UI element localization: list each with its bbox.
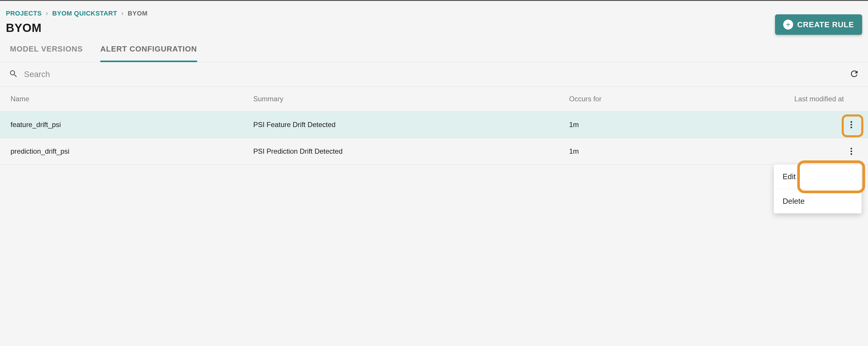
search-icon <box>9 69 18 80</box>
tabs: MODEL VERSIONS ALERT CONFIGURATION <box>0 34 868 62</box>
plus-circle-icon <box>783 20 793 30</box>
table-row[interactable]: feature_drift_psi PSI Feature Drift Dete… <box>0 112 868 138</box>
breadcrumb: PROJECTS › BYOM QUICKSTART › BYOM <box>6 10 862 17</box>
table-row[interactable]: prediction_drift_psi PSI Prediction Drif… <box>0 138 868 165</box>
create-rule-label: CREATE RULE <box>797 20 854 29</box>
cell-occurs: 1m <box>569 121 794 129</box>
page-title: BYOM <box>6 21 862 34</box>
cell-summary: PSI Prediction Drift Detected <box>253 147 569 155</box>
col-summary: Summary <box>253 95 569 103</box>
row-context-menu: Edit Delete <box>774 165 862 213</box>
chevron-right-icon: › <box>46 10 48 17</box>
svg-point-1 <box>850 124 852 125</box>
table-header: Name Summary Occurs for Last modified at <box>0 87 868 112</box>
row-more-button[interactable] <box>845 119 858 131</box>
svg-point-2 <box>850 127 852 128</box>
cell-modified <box>794 145 858 157</box>
breadcrumb-current: BYOM <box>127 10 147 17</box>
svg-point-5 <box>850 153 852 155</box>
cell-summary: PSI Feature Drift Detected <box>253 121 569 129</box>
create-rule-button[interactable]: CREATE RULE <box>775 15 862 35</box>
page-header: PROJECTS › BYOM QUICKSTART › BYOM BYOM C… <box>0 1 868 34</box>
svg-point-4 <box>850 150 852 152</box>
cell-occurs: 1m <box>569 147 794 155</box>
menu-edit[interactable]: Edit <box>774 165 862 189</box>
breadcrumb-projects[interactable]: PROJECTS <box>6 10 42 17</box>
alerts-table: Name Summary Occurs for Last modified at… <box>0 87 868 165</box>
col-name: Name <box>10 95 253 103</box>
col-modified: Last modified at <box>794 95 858 103</box>
cell-modified <box>794 119 858 131</box>
search-input[interactable] <box>24 70 843 79</box>
breadcrumb-quickstart[interactable]: BYOM QUICKSTART <box>52 10 117 17</box>
row-more-button[interactable] <box>845 145 858 157</box>
cell-name: feature_drift_psi <box>10 121 253 129</box>
svg-point-0 <box>850 121 852 123</box>
svg-point-3 <box>850 148 852 150</box>
search-bar <box>0 62 868 87</box>
menu-delete[interactable]: Delete <box>774 189 862 213</box>
cell-name: prediction_drift_psi <box>10 147 253 155</box>
refresh-icon[interactable] <box>849 69 859 80</box>
col-occurs: Occurs for <box>569 95 794 103</box>
tab-alert-configuration[interactable]: ALERT CONFIGURATION <box>100 45 197 62</box>
chevron-right-icon: › <box>121 10 124 17</box>
tab-model-versions[interactable]: MODEL VERSIONS <box>10 45 83 62</box>
